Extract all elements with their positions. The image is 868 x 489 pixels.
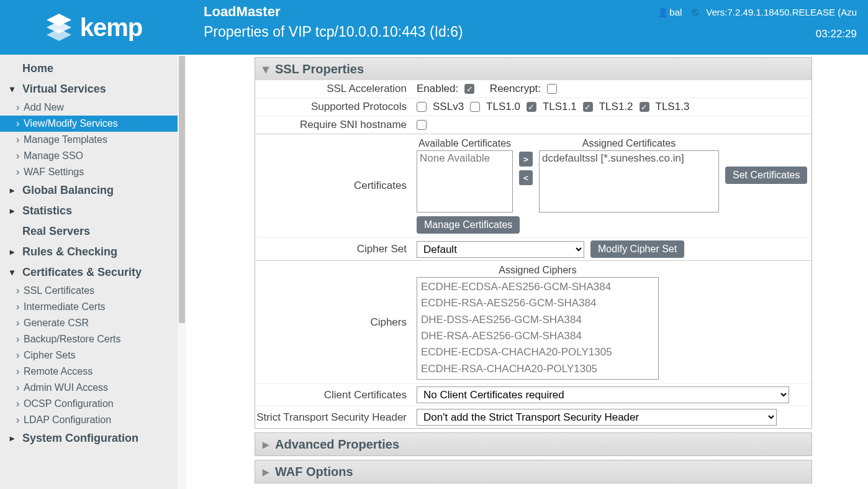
- reencrypt-checkbox[interactable]: [547, 84, 557, 94]
- assigned-cert-item[interactable]: dcdefaultssl [*.suneshes.co.in]: [542, 152, 716, 165]
- modify-cipher-set-button[interactable]: Modify Cipher Set: [590, 240, 684, 258]
- sidebar-scrollbar[interactable]: [178, 55, 186, 489]
- advanced-properties-title: Advanced Properties: [275, 437, 399, 452]
- cipher-item[interactable]: ECDHE-ECDSA-AES256-GCM-SHA384: [421, 279, 654, 295]
- require-sni-checkbox[interactable]: [417, 120, 427, 130]
- certificates-label: Certificates: [255, 180, 417, 192]
- available-certs-title: Available Certificates: [417, 138, 513, 149]
- nav-ssl-certificates[interactable]: SSL Certificates: [0, 283, 178, 299]
- assigned-certs-title: Assigned Certificates: [539, 138, 719, 149]
- nav-generate-csr[interactable]: Generate CSR: [0, 315, 178, 331]
- assigned-certs-listbox[interactable]: dcdefaultssl [*.suneshes.co.in]: [539, 150, 719, 213]
- tls11-label: TLS1.1: [543, 101, 577, 113]
- kemp-logo-icon: [44, 12, 74, 42]
- nav-real-servers[interactable]: Real Servers: [0, 221, 178, 242]
- user-icon: [658, 7, 669, 17]
- nav-ldap-config[interactable]: LDAP Configuration: [0, 412, 178, 428]
- nav-remote-access[interactable]: Remote Access: [0, 363, 178, 380]
- ssl-properties-header[interactable]: SSL Properties: [255, 58, 811, 80]
- assigned-ciphers-listbox[interactable]: ECDHE-ECDSA-AES256-GCM-SHA384 ECDHE-RSA-…: [417, 277, 659, 380]
- waf-options-title: WAF Options: [275, 465, 353, 479]
- nav-manage-templates[interactable]: Manage Templates: [0, 132, 178, 148]
- tls12-checkbox[interactable]: [583, 102, 593, 112]
- advanced-properties-panel: Advanced Properties: [255, 432, 812, 456]
- enabled-label: Enabled:: [417, 83, 458, 95]
- available-certs-listbox[interactable]: None Available: [417, 150, 513, 213]
- brand-name: kemp: [80, 14, 143, 42]
- nav-intermediate-certs[interactable]: Intermediate Certs: [0, 299, 178, 315]
- app-title: LoadMaster: [204, 4, 280, 20]
- cipher-item[interactable]: DHE-DSS-AES256-GCM-SHA384: [421, 312, 654, 328]
- sidebar: Home Virtual Services Add New View/Modif…: [0, 55, 178, 489]
- cipher-item[interactable]: DHE-RSA-AES256-GCM-SHA384: [421, 328, 654, 344]
- nav-waf-settings[interactable]: WAF Settings: [0, 164, 178, 180]
- brand-logo: kemp: [44, 12, 143, 42]
- ssl-properties-title: SSL Properties: [275, 62, 364, 76]
- supported-protocols-label: Supported Protocols: [255, 101, 417, 113]
- tls12-label: TLS1.2: [599, 101, 633, 113]
- waf-options-panel: WAF Options: [255, 460, 812, 483]
- tls10-checkbox[interactable]: [470, 102, 480, 112]
- user-label: bal: [658, 7, 682, 17]
- assigned-ciphers-title: Assigned Ciphers: [499, 265, 576, 276]
- tls10-label: TLS1.0: [486, 101, 520, 113]
- ssl-acceleration-label: SSL Acceleration: [255, 83, 417, 95]
- nav-rules-checking[interactable]: Rules & Checking: [0, 242, 178, 262]
- nav-add-new[interactable]: Add New: [0, 99, 178, 116]
- cipher-item[interactable]: ECDHE-RSA-CHACHA20-POLY1305: [421, 361, 654, 377]
- nav-view-modify-services[interactable]: View/Modify Services: [0, 116, 178, 132]
- nav-global-balancing[interactable]: Global Balancing: [0, 180, 178, 201]
- tls11-checkbox[interactable]: [527, 102, 536, 112]
- nav-system-config[interactable]: System Configuration: [0, 428, 178, 449]
- cipher-set-label: Cipher Set: [255, 243, 417, 255]
- hsts-select[interactable]: Don't add the Strict Transport Security …: [417, 409, 777, 426]
- svg-marker-2: [47, 29, 71, 41]
- content-area: SSL Properties SSL Acceleration Enabled:…: [186, 55, 868, 489]
- ssl-properties-panel: SSL Properties SSL Acceleration Enabled:…: [255, 57, 812, 429]
- nav-backup-restore-certs[interactable]: Backup/Restore Certs: [0, 331, 178, 347]
- nav-manage-sso[interactable]: Manage SSO: [0, 148, 178, 164]
- move-right-button[interactable]: >: [519, 152, 533, 167]
- sslv3-label: SSLv3: [433, 101, 464, 113]
- ciphers-label: Ciphers: [255, 316, 417, 329]
- expand-icon: [263, 437, 269, 452]
- move-left-button[interactable]: <: [519, 170, 533, 185]
- nav-ocsp-config[interactable]: OCSP Configuration: [0, 396, 178, 412]
- logout-icon[interactable]: [689, 6, 698, 19]
- page-title: Properties of VIP tcp/10.0.0.10:443 (Id:…: [204, 24, 463, 40]
- tls13-label: TLS1.3: [656, 101, 690, 113]
- reencrypt-label: Reencrypt:: [490, 83, 541, 95]
- require-sni-label: Require SNI hostname: [255, 119, 417, 131]
- logo-panel: kemp: [0, 0, 186, 55]
- clock: 03:22:29: [816, 28, 857, 40]
- header-bar: LoadMaster bal Vers:7.2.49.1.18450.RELEA…: [186, 0, 868, 55]
- sslv3-checkbox[interactable]: [417, 102, 427, 112]
- enabled-checkbox[interactable]: [464, 84, 474, 94]
- nav-virtual-services[interactable]: Virtual Services: [0, 79, 178, 99]
- manage-certificates-button[interactable]: Manage Certificates: [417, 216, 520, 234]
- client-certs-label: Client Certificates: [255, 389, 417, 401]
- nav-home[interactable]: Home: [0, 58, 178, 79]
- advanced-properties-header[interactable]: Advanced Properties: [255, 433, 811, 455]
- cipher-set-select[interactable]: Default: [417, 241, 584, 258]
- waf-options-header[interactable]: WAF Options: [255, 460, 811, 483]
- set-certificates-button[interactable]: Set Certificates: [725, 167, 807, 184]
- nav-statistics[interactable]: Statistics: [0, 201, 178, 221]
- expand-icon: [263, 464, 269, 479]
- hsts-label: Strict Transport Security Header: [255, 411, 417, 424]
- nav-certs-security[interactable]: Certificates & Security: [0, 262, 178, 283]
- cipher-item[interactable]: ECDHE-RSA-AES256-GCM-SHA384: [421, 295, 654, 311]
- client-certs-select[interactable]: No Client Certificates required: [417, 386, 789, 403]
- collapse-icon: [263, 62, 269, 76]
- nav-admin-wui-access[interactable]: Admin WUI Access: [0, 380, 178, 396]
- version-label: Vers:7.2.49.1.18450.RELEASE (Azu: [706, 7, 857, 17]
- cipher-item[interactable]: ECDHE-ECDSA-CHACHA20-POLY1305: [421, 344, 654, 360]
- available-cert-item: None Available: [420, 152, 510, 165]
- nav-cipher-sets[interactable]: Cipher Sets: [0, 347, 178, 363]
- tls13-checkbox[interactable]: [640, 102, 649, 112]
